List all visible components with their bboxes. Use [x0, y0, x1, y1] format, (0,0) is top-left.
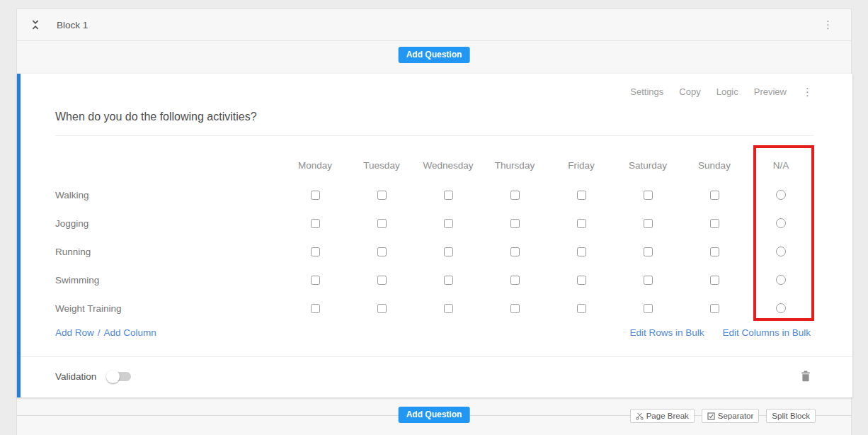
matrix-cell: [348, 191, 415, 200]
matrix-cell: [548, 247, 615, 256]
day-checkbox[interactable]: [577, 276, 586, 285]
day-checkbox[interactable]: [311, 276, 320, 285]
day-checkbox[interactable]: [311, 219, 320, 228]
day-checkbox[interactable]: [311, 304, 320, 313]
add-column-link[interactable]: Add Column: [104, 327, 156, 339]
matrix-cell: [415, 219, 481, 228]
row-column-links: Add Row / Add Column: [55, 327, 156, 339]
day-checkbox[interactable]: [710, 191, 719, 200]
day-checkbox[interactable]: [510, 191, 520, 200]
matrix-cell: [548, 219, 615, 228]
day-checkbox[interactable]: [510, 247, 520, 256]
day-checkbox[interactable]: [444, 304, 453, 313]
split-block-button[interactable]: Split Block: [766, 409, 816, 423]
day-checkbox[interactable]: [377, 247, 387, 256]
day-checkbox[interactable]: [710, 304, 719, 313]
matrix-links-row: Add Row / Add Column Edit Rows in Bulk E…: [55, 327, 811, 339]
day-checkbox[interactable]: [444, 191, 453, 200]
column-header-saturday: Saturday: [615, 160, 681, 171]
page-break-label: Page Break: [646, 412, 689, 420]
separator-button[interactable]: Separator: [702, 409, 760, 423]
matrix-cell: [415, 276, 481, 285]
day-checkbox[interactable]: [644, 276, 653, 285]
day-checkbox[interactable]: [510, 304, 520, 313]
matrix-cell: [282, 247, 348, 256]
row-label: Weight Training: [55, 303, 282, 314]
day-checkbox[interactable]: [710, 276, 719, 285]
day-checkbox[interactable]: [577, 191, 586, 200]
preview-button[interactable]: Preview: [754, 86, 787, 97]
matrix-row: Swimming: [55, 266, 814, 294]
na-radio[interactable]: [776, 247, 786, 256]
day-checkbox[interactable]: [377, 304, 387, 313]
validation-toggle[interactable]: [108, 372, 131, 381]
day-checkbox[interactable]: [444, 219, 453, 228]
logic-button[interactable]: Logic: [716, 86, 738, 97]
matrix-cell: [481, 276, 548, 285]
add-question-button-top[interactable]: Add Question: [399, 47, 470, 63]
separator-label: Separator: [718, 412, 754, 420]
validation-row: Validation: [55, 366, 131, 386]
day-checkbox[interactable]: [577, 219, 586, 228]
matrix-cell: [615, 191, 681, 200]
day-checkbox[interactable]: [377, 276, 387, 285]
day-checkbox[interactable]: [644, 304, 653, 313]
matrix-cell: [348, 219, 415, 228]
day-checkbox[interactable]: [377, 191, 387, 200]
block-panel: Block 1 ⋮ Add Question Settings Copy Log…: [16, 9, 852, 435]
matrix-cell: [681, 276, 748, 285]
na-radio[interactable]: [776, 218, 786, 228]
matrix-cell: [681, 304, 748, 313]
na-radio[interactable]: [776, 303, 786, 313]
day-checkbox[interactable]: [510, 219, 520, 228]
links-slash: /: [98, 327, 101, 339]
matrix-cell: [548, 276, 615, 285]
matrix-cell: [415, 247, 481, 256]
matrix-row: Weight Training: [55, 294, 814, 322]
top-add-question-strip: Add Question: [17, 41, 851, 69]
copy-button[interactable]: Copy: [679, 86, 700, 97]
day-checkbox[interactable]: [577, 304, 586, 313]
column-header-n-a: N/A: [748, 160, 814, 171]
matrix-cell: [348, 247, 415, 256]
day-checkbox[interactable]: [444, 276, 453, 285]
day-checkbox[interactable]: [577, 247, 586, 256]
matrix-row: Jogging: [55, 209, 814, 237]
day-checkbox[interactable]: [644, 247, 653, 256]
matrix-row: Walking: [55, 181, 814, 209]
edit-columns-bulk-link[interactable]: Edit Columns in Bulk: [722, 327, 811, 339]
day-checkbox[interactable]: [644, 219, 653, 228]
day-checkbox[interactable]: [710, 247, 719, 256]
collapse-block-icon[interactable]: [31, 19, 40, 30]
question-title-divider: [55, 135, 813, 136]
block-menu-kebab-icon[interactable]: ⋮: [823, 19, 833, 30]
column-header-thursday: Thursday: [481, 160, 548, 171]
split-block-label: Split Block: [772, 412, 810, 420]
day-checkbox[interactable]: [710, 219, 719, 228]
column-header-tuesday: Tuesday: [348, 160, 415, 171]
na-radio[interactable]: [776, 275, 786, 285]
question-title[interactable]: When do you do the following activities?: [55, 111, 257, 123]
question-menu-kebab-icon[interactable]: ⋮: [802, 86, 813, 97]
add-question-button-bottom[interactable]: Add Question: [399, 407, 470, 423]
day-checkbox[interactable]: [644, 191, 653, 200]
page-break-button[interactable]: Page Break: [630, 409, 695, 423]
day-checkbox[interactable]: [444, 247, 453, 256]
day-checkbox[interactable]: [377, 219, 387, 228]
edit-rows-bulk-link[interactable]: Edit Rows in Bulk: [629, 327, 704, 339]
matrix-cell: [481, 219, 548, 228]
matrix-cell: [282, 191, 348, 200]
matrix-cell: [748, 190, 814, 200]
matrix-cell: [282, 304, 348, 313]
add-row-link[interactable]: Add Row: [55, 327, 94, 339]
settings-button[interactable]: Settings: [630, 86, 663, 97]
na-radio[interactable]: [776, 190, 786, 200]
day-checkbox[interactable]: [311, 247, 320, 256]
validation-label: Validation: [55, 371, 96, 382]
column-header-sunday: Sunday: [681, 160, 748, 171]
delete-question-trash-icon[interactable]: [801, 371, 811, 382]
day-checkbox[interactable]: [510, 276, 520, 285]
question-card: Settings Copy Logic Preview ⋮ When do yo…: [17, 74, 852, 397]
day-checkbox[interactable]: [311, 191, 320, 200]
matrix-cell: [481, 247, 548, 256]
